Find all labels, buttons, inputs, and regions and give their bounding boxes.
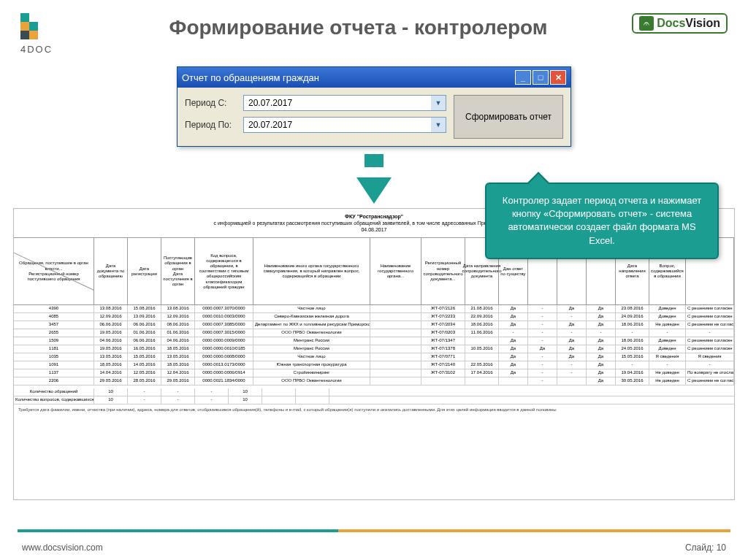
- generate-button[interactable]: Сформировать отчет: [454, 95, 563, 139]
- close-button[interactable]: ✕: [550, 70, 566, 85]
- report-dialog: Отчет по обращениям граждан _ □ ✕ Период…: [177, 66, 571, 147]
- footer: www.docsvision.com Слайд: 10: [0, 535, 748, 560]
- header: 4DOC Формирование отчета - контролером 𝄐…: [0, 0, 748, 61]
- footer-url: www.docsvision.com: [22, 542, 103, 553]
- table-row: 439013.08.201615.08.201613.08.20160000.0…: [14, 305, 734, 313]
- minimize-button[interactable]: _: [515, 70, 531, 85]
- logo-4doc: 4DOC: [20, 13, 56, 55]
- table-row: 265519.05.201601.06.201601.06.20160000.0…: [14, 329, 734, 337]
- table-row: 150904.06.201606.06.201604.06.20160000.0…: [14, 337, 734, 345]
- footer-divider: [18, 529, 730, 532]
- instruction-callout: Контролер задает период отчета и нажимае…: [485, 183, 719, 259]
- summary-row: Количество вопросов, содержавшихся в обр…: [14, 396, 734, 404]
- clip-icon: 𝄐: [639, 16, 654, 31]
- arrow-icon: [365, 154, 383, 167]
- summary-row: Количество обращений10---10: [14, 388, 734, 396]
- logo-docsvision: 𝄐 DocsVision: [632, 13, 728, 34]
- dropdown-icon[interactable]: ▼: [431, 118, 446, 132]
- table-row: 345706.06.201606.06.201608.06.20160000.0…: [14, 321, 734, 329]
- page-title: Формирование отчета - контролером: [85, 16, 632, 39]
- table-row: 113714.04.201612.05.201612.04.20160000.0…: [14, 369, 734, 377]
- table-row: 220629.05.201628.05.201629.05.20160000.0…: [14, 377, 734, 386]
- dropdown-icon[interactable]: ▼: [431, 96, 446, 110]
- footer-slide: Слайд: 10: [685, 542, 726, 553]
- maximize-button[interactable]: □: [533, 70, 549, 85]
- dialog-titlebar: Отчет по обращениям граждан _ □ ✕: [178, 67, 570, 88]
- table-row: 118119.05.201616.05.201618.05.20160000.0…: [14, 345, 734, 353]
- period-from-input[interactable]: ▼: [243, 95, 446, 111]
- table-row: 103513.05.201615.05.201613.05.20160000.0…: [14, 353, 734, 361]
- period-to-label: Период По:: [185, 120, 237, 130]
- dialog-title: Отчет по обращениям граждан: [182, 72, 515, 83]
- table-row: 408512.09.201613.09.201612.09.20160000.0…: [14, 313, 734, 321]
- period-from-label: Период С:: [185, 98, 237, 108]
- table-row: 109118.05.201614.05.201618.05.20160000.0…: [14, 361, 734, 369]
- arrow-down-icon: [356, 177, 392, 204]
- logo-4doc-text: 4DOC: [20, 44, 56, 55]
- period-to-input[interactable]: ▼: [243, 117, 446, 133]
